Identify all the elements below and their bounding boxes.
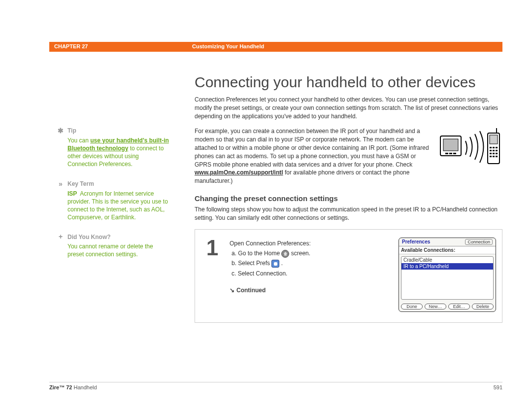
step-b-before: b. Select Prefs — [232, 260, 271, 267]
svg-rect-6 — [490, 135, 498, 144]
page-footer: Zire™ 72 Handheld 591 — [49, 382, 502, 390]
plus-icon: + — [57, 232, 65, 241]
svg-rect-13 — [496, 150, 498, 151]
palm-titlebar: Preferences Connection — [399, 238, 496, 246]
keyterm-term: ISP — [67, 190, 77, 197]
keyterm-definition: Acronym for Internet service provider. T… — [67, 190, 168, 221]
palm-subheading: Available Connections: — [399, 246, 496, 254]
svg-rect-14 — [490, 153, 492, 154]
example-paragraph: For example, you can create a connection… — [195, 127, 430, 185]
continued-text: Continued — [236, 287, 266, 294]
sidebar: ✱ Tip You can use your handheld's built-… — [57, 126, 170, 270]
product-name: Zire™ 72 Handheld — [49, 384, 97, 390]
chapter-number: CHAPTER 27 — [49, 42, 187, 52]
palm-connection-list[interactable]: Cradle/Cable IR to a PC/Handheld — [401, 256, 494, 300]
new-button[interactable]: New… — [425, 304, 446, 309]
chevrons-icon: » — [57, 179, 65, 189]
intro-paragraph: Connection Preferences let you connect y… — [195, 96, 502, 120]
ir-illustration — [438, 127, 502, 171]
tip-heading-label: Tip — [67, 127, 76, 135]
step-a-after: screen. — [291, 250, 310, 257]
svg-rect-1 — [443, 139, 458, 151]
list-item-selected[interactable]: IR to a PC/Handheld — [401, 263, 493, 270]
svg-rect-15 — [493, 153, 495, 154]
product-bold: Zire™ 72 — [49, 384, 72, 390]
palm-button-row: Done New… Edit… Delete — [399, 302, 496, 311]
section-intro: The following steps show you how to adju… — [195, 206, 502, 222]
example-before: For example, you can create a connection… — [195, 128, 429, 168]
home-icon — [281, 250, 289, 258]
tip-text-before: You can — [67, 137, 90, 144]
svg-rect-9 — [493, 147, 495, 148]
keyterm-heading: » Key Term — [57, 179, 170, 189]
product-rest: Handheld — [72, 384, 97, 390]
list-item[interactable]: Cradle/Cable — [401, 257, 493, 263]
step-b-after: . — [281, 260, 283, 267]
svg-rect-4 — [453, 153, 456, 154]
svg-rect-12 — [493, 150, 495, 151]
step-number: 1 — [195, 230, 230, 322]
svg-rect-2 — [445, 153, 448, 154]
section-heading: Changing the preset connection settings — [195, 194, 502, 203]
tip-heading: ✱ Tip — [57, 126, 170, 136]
continued-arrow-icon: ↘ — [230, 285, 234, 295]
svg-rect-18 — [493, 156, 495, 157]
svg-rect-8 — [490, 147, 492, 148]
main-content: Connecting your handheld to other device… — [195, 74, 502, 323]
step-lead: Open Connection Preferences: — [230, 239, 392, 248]
dyk-section: + Did You Know? You cannot rename or del… — [57, 232, 170, 258]
prefs-icon — [271, 260, 279, 268]
page-number: 591 — [494, 384, 502, 390]
keyterm-section: » Key Term ISP Acronym for Internet serv… — [57, 179, 170, 222]
chapter-header: CHAPTER 27 Customizing Your Handheld — [49, 42, 502, 52]
keyterm-heading-label: Key Term — [67, 180, 94, 188]
svg-rect-19 — [496, 156, 498, 157]
delete-button[interactable]: Delete — [472, 304, 494, 309]
continued-label: ↘Continued — [230, 285, 392, 295]
edit-button[interactable]: Edit… — [448, 304, 470, 309]
palm-screenshot: Preferences Connection Available Connect… — [399, 230, 502, 322]
svg-rect-11 — [490, 150, 492, 151]
step-b: b. Select Prefs . — [232, 258, 392, 268]
palm-title-right[interactable]: Connection — [465, 239, 493, 245]
step-a: a. Go to the Home screen. — [232, 248, 392, 258]
svg-rect-10 — [496, 147, 498, 148]
svg-rect-17 — [490, 156, 492, 157]
step-c: c. Select Connection. — [232, 269, 392, 278]
dyk-body: You cannot rename or delete the preset c… — [67, 242, 170, 258]
keyterm-body: ISP Acronym for Internet service provide… — [67, 190, 170, 222]
page-title: Connecting your handheld to other device… — [195, 74, 502, 91]
palm-window: Preferences Connection Available Connect… — [399, 238, 496, 312]
tip-section: ✱ Tip You can use your handheld's built-… — [57, 126, 170, 169]
step-instructions: Open Connection Preferences: a. Go to th… — [230, 230, 399, 322]
asterisk-icon: ✱ — [57, 126, 65, 136]
palmone-link[interactable]: www.palmOne.com/support/intl — [195, 169, 283, 176]
step-box: 1 Open Connection Preferences: a. Go to … — [195, 229, 502, 323]
tip-body: You can use your handheld's built-in Blu… — [67, 137, 170, 169]
dyk-heading-label: Did You Know? — [67, 233, 111, 241]
svg-rect-3 — [449, 153, 452, 154]
step-a-before: a. Go to the Home — [232, 250, 281, 257]
done-button[interactable]: Done — [401, 304, 423, 309]
dyk-heading: + Did You Know? — [57, 232, 170, 241]
example-row: For example, you can create a connection… — [195, 127, 502, 185]
svg-rect-16 — [496, 153, 498, 154]
palm-title-left: Preferences — [402, 239, 430, 245]
chapter-title: Customizing Your Handheld — [187, 42, 502, 52]
